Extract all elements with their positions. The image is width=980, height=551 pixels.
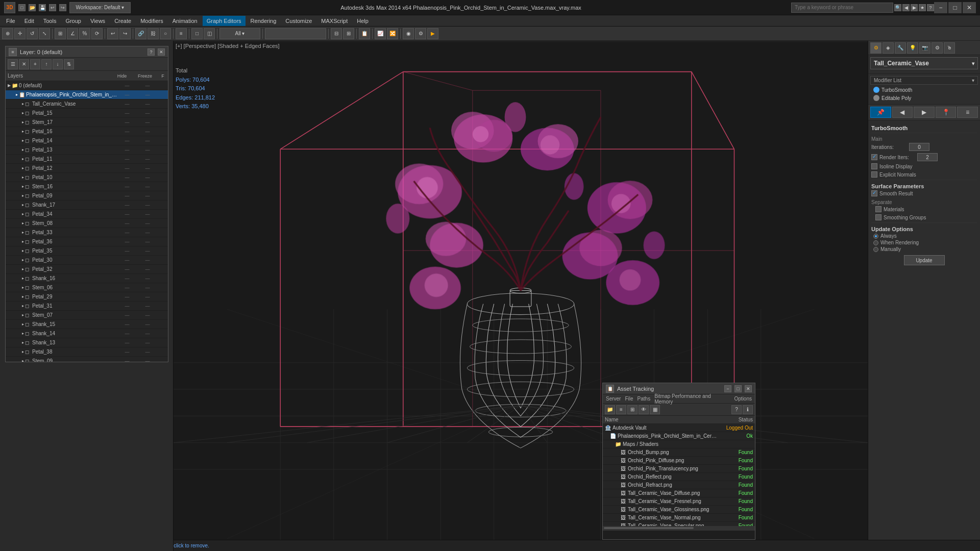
render-setup-btn[interactable]: ⚙ — [415, 28, 426, 39]
mirror-btn[interactable]: ⊟ — [331, 28, 342, 39]
undo-toolbar[interactable]: ↩ — [107, 28, 118, 39]
asset-tb-4[interactable]: 👁 — [639, 405, 649, 414]
undo-btn[interactable]: ↩ — [49, 4, 56, 11]
unlink-btn[interactable]: ⛓ — [148, 28, 159, 39]
asset-row[interactable]: 🖼Tall_Ceramic_Vase_Glossiness.pngFound — [603, 506, 755, 514]
nav-right-btn[interactable]: ▶ — [914, 107, 935, 118]
asset-tb-2[interactable]: ≡ — [616, 405, 626, 414]
layer-item[interactable]: ▸◻Petal_31—— — [6, 302, 168, 311]
rp-icon-4[interactable]: 💡 — [907, 42, 918, 54]
asset-menu-options[interactable]: Options — [734, 396, 752, 402]
layer-item[interactable]: ▸◻Shank_13—— — [6, 338, 168, 347]
redo-btn[interactable]: ↪ — [59, 4, 66, 11]
modifier-turbosimooth[interactable]: TurboSmooth — [870, 86, 978, 94]
menu-modifiers[interactable]: Modifiers — [136, 16, 167, 26]
named-selection[interactable] — [265, 28, 326, 39]
minimize-btn[interactable]: − — [934, 2, 947, 13]
help-icon[interactable]: ? — [927, 4, 934, 11]
angle-snap[interactable]: ∠ — [67, 28, 78, 39]
asset-row[interactable]: 📁Maps / Shaders — [603, 440, 755, 448]
select-filter[interactable]: All ▾ — [219, 28, 260, 39]
search-input[interactable] — [791, 3, 893, 13]
layer-item[interactable]: ▸◻Stem_07—— — [6, 311, 168, 320]
ts-smoothing-groups-checkbox[interactable] — [875, 214, 881, 220]
asset-close-btn[interactable]: ✕ — [745, 385, 752, 392]
asset-tb-1[interactable]: 📁 — [605, 405, 615, 414]
menu-graph-editors[interactable]: Graph Editors — [203, 16, 246, 26]
rp-icon-6[interactable]: ⚙ — [932, 42, 943, 54]
layer-item[interactable]: ▸◻Petal_38—— — [6, 347, 168, 357]
asset-menu-bitmap[interactable]: Bitmap Performance and Memory — [654, 393, 730, 405]
layer-item[interactable]: ▸◻Stem_16—— — [6, 182, 168, 191]
layer-item[interactable]: ▸◻Stem_08—— — [6, 219, 168, 228]
rotate-btn[interactable]: ↺ — [27, 28, 38, 39]
menu-views[interactable]: Views — [86, 16, 109, 26]
layer-item[interactable]: ▸◻Petal_14—— — [6, 136, 168, 145]
search-icon[interactable]: 🔍 — [894, 4, 901, 11]
layer-item[interactable]: ▸◻Petal_09—— — [6, 191, 168, 201]
asset-menu-server[interactable]: Server — [606, 396, 621, 402]
asset-row[interactable]: 🖼Orchid_Pink_Translucency.pngFound — [603, 465, 755, 473]
select-btn[interactable]: ⊕ — [2, 28, 13, 39]
layers-tb-sort[interactable]: ⇅ — [64, 59, 74, 69]
asset-row[interactable]: 🖼Orchid_Refract.pngFound — [603, 481, 755, 489]
layer-item[interactable]: ▸◻Petal_16—— — [6, 127, 168, 136]
menu-group[interactable]: Group — [61, 16, 85, 26]
layers-tb-up[interactable]: ↑ — [41, 59, 52, 69]
search-next[interactable]: ▶ — [911, 4, 918, 11]
search-prev[interactable]: ◀ — [902, 4, 910, 11]
asset-row[interactable]: 🖼Tall_Ceramic_Vase_Fresnel.pngFound — [603, 497, 755, 506]
layer-item[interactable]: ▸◻Petal_30—— — [6, 256, 168, 265]
layer-item[interactable]: ▸◻Shank_14—— — [6, 329, 168, 338]
ts-smooth-result-checkbox[interactable] — [871, 190, 877, 196]
layer-item[interactable]: ▸◻Stem_17—— — [6, 118, 168, 127]
ts-isoline-checkbox[interactable] — [871, 163, 877, 169]
asset-menu-paths[interactable]: Paths — [638, 396, 651, 402]
layer-item[interactable]: ▸◻Petal_29—— — [6, 292, 168, 302]
menu-rendering[interactable]: Rendering — [247, 16, 281, 26]
nav-pin-btn[interactable]: 📌 — [870, 107, 891, 118]
layer-item[interactable]: ▸◻Petal_11—— — [6, 155, 168, 164]
rp-icon-2[interactable]: ◈ — [883, 42, 894, 54]
move-btn[interactable]: ✛ — [14, 28, 26, 39]
layer-item[interactable]: ▸◻Petal_33—— — [6, 228, 168, 237]
asset-row[interactable]: 🏦Autodesk VaultLogged Out — [603, 424, 755, 432]
percent-snap[interactable]: % — [79, 28, 90, 39]
layer-item[interactable]: ▸◻Shank_16—— — [6, 274, 168, 283]
asset-menu-file[interactable]: File — [625, 396, 633, 402]
layer-item[interactable]: ▸◻Petal_13—— — [6, 145, 168, 155]
ts-always-radio[interactable] — [873, 234, 878, 239]
ts-render-iters-input[interactable] — [917, 153, 938, 161]
asset-tb-info[interactable]: ℹ — [743, 405, 753, 414]
render-btn[interactable]: ▶ — [427, 28, 438, 39]
layer-item[interactable]: ▶📁0 (default)—— — [6, 81, 168, 90]
layer-item[interactable]: ▸◻Shank_15—— — [6, 320, 168, 329]
layers-panel-titlebar[interactable]: ≡ Layer: 0 (default) ? ✕ — [6, 46, 168, 58]
nav-pin2-btn[interactable]: 📍 — [936, 107, 957, 118]
asset-tb-5[interactable]: ▦ — [650, 405, 660, 414]
asset-row[interactable]: 🖼Tall_Ceramic_Vase_Normal.pngFound — [603, 514, 755, 522]
create-sel-btn[interactable]: □ — [191, 28, 203, 39]
layer-item[interactable]: ▸📋Phalaenopsis_Pink_Orchid_Stem_in_Ceram… — [6, 90, 168, 99]
menu-maxscript[interactable]: MAXScript — [317, 16, 352, 26]
layer-item[interactable]: ▸◻Petal_32—— — [6, 265, 168, 274]
layer-manager-btn[interactable]: 📋 — [359, 28, 370, 39]
schematic-btn[interactable]: 🔀 — [387, 28, 398, 39]
rp-icon-3[interactable]: 🔧 — [895, 42, 906, 54]
ts-explicit-checkbox[interactable] — [871, 171, 877, 178]
asset-row[interactable]: 🖼Orchid_Reflect.pngFound — [603, 473, 755, 481]
layers-help-btn[interactable]: ? — [148, 48, 155, 56]
menu-help[interactable]: Help — [353, 16, 373, 26]
layer-item[interactable]: ▸◻Shank_17—— — [6, 201, 168, 210]
asset-row[interactable]: 📄Phalaenopsis_Pink_Orchid_Stem_in_Cerami… — [603, 432, 755, 440]
layers-tb-delete[interactable]: ✕ — [19, 59, 29, 69]
asset-row[interactable]: 🖼Tall_Ceramic_Vase_Specular.pngFound — [603, 522, 755, 526]
layers-tb-add[interactable]: + — [30, 59, 40, 69]
menu-edit[interactable]: Edit — [20, 16, 38, 26]
ts-render-iters-checkbox[interactable] — [871, 154, 877, 160]
modifier-editable-poly[interactable]: Editable Poly — [870, 94, 978, 102]
snap-toggle[interactable]: ⊞ — [55, 28, 66, 39]
scale-btn[interactable]: ⤡ — [39, 28, 50, 39]
layer-item[interactable]: ▸◻Petal_34—— — [6, 210, 168, 219]
layer-item[interactable]: ▸◻Petal_12—— — [6, 164, 168, 173]
